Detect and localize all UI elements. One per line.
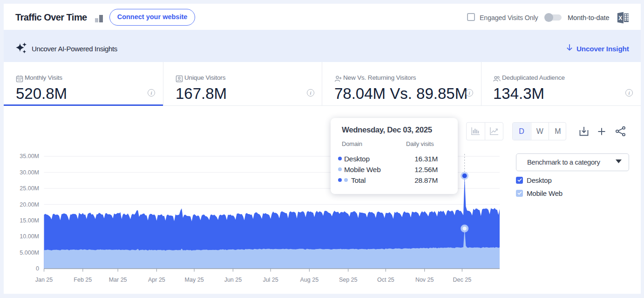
svg-text:0: 0 (36, 265, 39, 272)
svg-text:Dec 25: Dec 25 (453, 277, 472, 283)
svg-text:10.00M: 10.00M (20, 233, 39, 240)
svg-text:Nov 25: Nov 25 (415, 277, 434, 283)
svg-text:Jan 25: Jan 25 (35, 277, 53, 283)
svg-text:X: X (618, 15, 622, 21)
svg-text:5.000M: 5.000M (20, 249, 39, 256)
svg-text:Oct 25: Oct 25 (377, 277, 394, 283)
svg-text:25.00M: 25.00M (20, 185, 39, 192)
svg-text:30.00M: 30.00M (20, 169, 39, 176)
svg-text:Feb 25: Feb 25 (74, 277, 92, 283)
svg-text:Mar 25: Mar 25 (109, 277, 127, 283)
svg-text:20.00M: 20.00M (20, 201, 39, 208)
svg-text:Apr 25: Apr 25 (148, 277, 165, 283)
svg-text:Jul 25: Jul 25 (263, 277, 278, 283)
svg-text:35.00M: 35.00M (20, 153, 39, 159)
svg-text:Aug 25: Aug 25 (300, 277, 319, 283)
svg-text:Jun 25: Jun 25 (224, 277, 242, 283)
svg-text:Sep 25: Sep 25 (339, 277, 358, 283)
svg-text:May 25: May 25 (185, 277, 204, 283)
svg-text:15.00M: 15.00M (20, 217, 39, 224)
